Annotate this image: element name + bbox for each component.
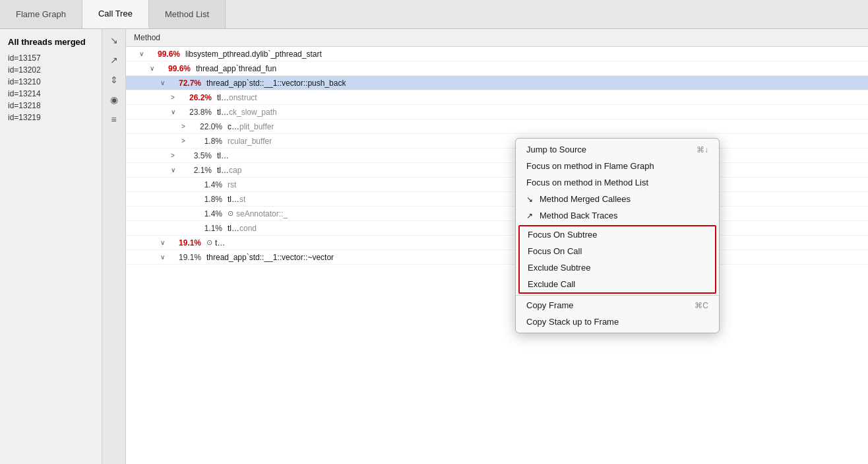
sidebar-item-13202[interactable]: id=13202 (0, 64, 102, 76)
percentage: 1.1% (191, 224, 222, 233)
main-content: All threads merged id=13157 id=13202 id=… (0, 29, 868, 464)
sidebar-item-13214[interactable]: id=13214 (0, 88, 102, 100)
method-name: tl…st (228, 195, 245, 204)
table-row[interactable]: ∨ 99.6% thread_app`thread_fun (126, 61, 868, 76)
call-tree-area: Method ∨ 99.6% libsystem_pthread.dylib`_… (126, 29, 868, 464)
percentage: 99.6% (159, 64, 191, 73)
table-row[interactable]: ∨ 19.1% thread_app`std::__1::vector::~ve… (126, 250, 868, 265)
context-menu-copy-frame[interactable]: Copy Frame ⌘C (516, 297, 719, 314)
expand-all-icon[interactable]: ⇕ (106, 73, 123, 87)
method-name: rst (228, 180, 236, 189)
table-row[interactable]: ∨ 19.1% ⊙ t… (126, 236, 868, 250)
sidebar-title: All threads merged (0, 34, 102, 52)
table-row[interactable]: ∨ 72.7% thread_app`std::__1::vector::pus… (126, 76, 868, 90)
sort-descending-icon[interactable]: ↘ (106, 33, 123, 48)
list-icon[interactable]: ≡ (106, 112, 123, 127)
table-row[interactable]: ∨ 2.1% tl…cap (126, 163, 868, 178)
circle-icon: ⊙ (228, 209, 233, 218)
method-name: thread_app`thread_fun (196, 64, 276, 73)
sidebar-item-13219[interactable]: id=13219 (0, 112, 102, 123)
expand-icon: ∨ (160, 79, 170, 86)
sidebar: All threads merged id=13157 id=13202 id=… (0, 29, 102, 464)
expand-icon: ∨ (150, 65, 159, 72)
expand-icon: ∨ (160, 239, 170, 246)
context-menu-separator-2 (516, 295, 719, 296)
method-name: tl…onstruct (217, 93, 257, 102)
tab-method-list[interactable]: Method List (149, 0, 226, 28)
table-row[interactable]: 1.4% ⊙ seAnnotator::_ (126, 207, 868, 221)
sidebar-item-13218[interactable]: id=13218 (0, 100, 102, 112)
method-name: rcular_buffer (228, 137, 272, 146)
context-menu-exclude-call[interactable]: Exclude Call (520, 276, 715, 292)
method-name: thread_app`std::__1::vector::push_back (206, 79, 346, 88)
expand-icon: > (171, 152, 180, 159)
percentage: 99.6% (148, 50, 180, 59)
table-row[interactable]: > 1.8% rcular_buffer (126, 134, 868, 149)
method-name: tl…ck_slow_path (217, 108, 277, 117)
expand-icon: > (171, 94, 180, 101)
expand-icon: ∨ (171, 108, 180, 116)
percentage: 22.0% (191, 122, 222, 131)
percentage: 72.7% (170, 79, 201, 88)
context-menu-method-merged-callees[interactable]: ↘ Method Merged Callees (516, 191, 719, 207)
table-row[interactable]: ∨ 23.8% tl…ck_slow_path (126, 105, 868, 119)
percentage: 1.8% (191, 195, 222, 204)
table-row[interactable]: > 3.5% tl… (126, 149, 868, 163)
tab-bar: Flame Graph Call Tree Method List (0, 0, 868, 29)
sort-ascending-icon[interactable]: ↗ (106, 53, 123, 67)
table-row[interactable]: 1.1% tl…cond (126, 221, 868, 236)
circle-icon: ⊙ (206, 238, 212, 247)
expand-icon: ∨ (139, 50, 148, 57)
eye-icon[interactable]: ◉ (106, 92, 123, 107)
method-name: libsystem_pthread.dylib`_pthread_start (185, 50, 322, 59)
expand-icon: ∨ (171, 166, 180, 174)
call-tree-header: Method (126, 29, 868, 47)
context-menu-exclude-subtree[interactable]: Exclude Subtree (520, 259, 715, 276)
table-row[interactable]: 1.4% rst (126, 178, 868, 192)
percentage: 19.1% (170, 253, 201, 262)
expand-icon: ∨ (160, 253, 170, 261)
toolbar-icons: ↘ ↗ ⇕ ◉ ≡ (102, 29, 126, 464)
context-menu-focus-flame-graph[interactable]: Focus on method in Flame Graph (516, 158, 719, 174)
percentage: 19.1% (170, 238, 201, 248)
backtrace-icon: ↗ (526, 211, 533, 220)
context-menu-focus-call[interactable]: Focus On Call (520, 243, 715, 259)
tab-call-tree[interactable]: Call Tree (82, 0, 149, 28)
context-menu-focus-method-list[interactable]: Focus on method in Method List (516, 174, 719, 191)
method-name: thread_app`std::__1::vector::~vector (206, 253, 334, 262)
context-menu[interactable]: Jump to Source ⌘↓ Focus on method in Fla… (515, 138, 720, 333)
context-menu-method-back-traces[interactable]: ↗ Method Back Traces (516, 207, 719, 224)
context-menu-copy-stack[interactable]: Copy Stack up to Frame (516, 314, 719, 330)
tab-flame-graph[interactable]: Flame Graph (0, 0, 82, 28)
table-row[interactable]: 1.8% tl…st (126, 192, 868, 207)
table-row[interactable]: > 22.0% c…plit_buffer (126, 119, 868, 134)
expand-icon: > (181, 137, 191, 145)
percentage: 26.2% (180, 93, 212, 102)
sidebar-item-13157[interactable]: id=13157 (0, 52, 102, 64)
percentage: 3.5% (180, 151, 212, 160)
method-name: tl… (217, 151, 229, 160)
method-name: t… (215, 238, 225, 248)
table-row[interactable]: > 26.2% tl…onstruct (126, 90, 868, 105)
expand-icon: > (181, 123, 191, 130)
percentage: 2.1% (180, 166, 212, 175)
context-menu-focus-section: Focus On Subtree Focus On Call Exclude S… (518, 225, 716, 294)
percentage: 23.8% (180, 108, 212, 117)
method-name: tl…cond (228, 224, 257, 233)
sidebar-item-13210[interactable]: id=13210 (0, 76, 102, 88)
table-row[interactable]: ∨ 99.6% libsystem_pthread.dylib`_pthread… (126, 47, 868, 61)
callees-icon: ↘ (526, 195, 533, 204)
percentage: 1.4% (191, 180, 222, 189)
method-name: seAnnotator::_ (236, 209, 288, 218)
context-menu-jump-to-source[interactable]: Jump to Source ⌘↓ (516, 141, 719, 158)
method-name: c…plit_buffer (228, 122, 274, 131)
context-menu-focus-subtree[interactable]: Focus On Subtree (520, 226, 715, 243)
percentage: 1.4% (191, 209, 222, 218)
percentage: 1.8% (191, 137, 222, 146)
method-name: tl…cap (217, 166, 241, 175)
